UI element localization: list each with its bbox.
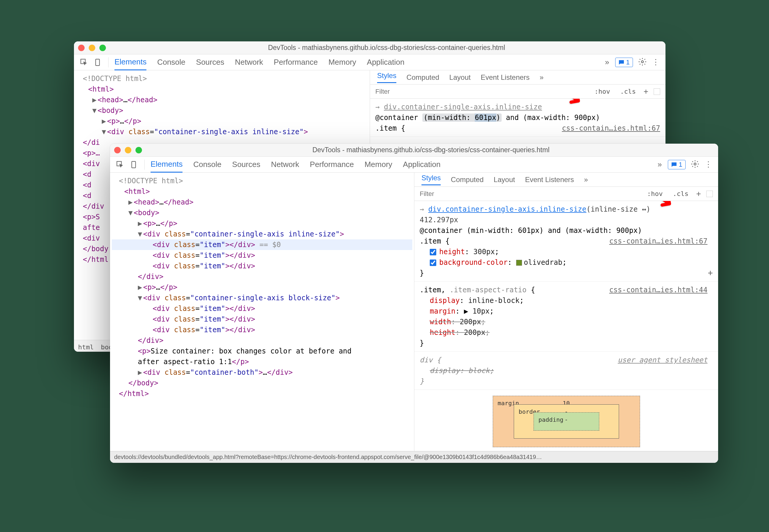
dom-node[interactable]: after aspect-ratio 1:1</p> xyxy=(112,356,412,367)
dom-node[interactable]: </div> xyxy=(112,271,412,282)
add-rule-icon[interactable]: + xyxy=(696,189,701,199)
css-property[interactable]: background-color: olivedrab; xyxy=(420,257,713,268)
tab-console[interactable]: Console xyxy=(157,55,185,70)
settings-icon[interactable] xyxy=(638,58,647,67)
dom-node[interactable]: <html> xyxy=(112,186,412,197)
subtab-layout[interactable]: Layout xyxy=(449,73,471,82)
add-property-icon[interactable]: + xyxy=(708,268,713,278)
tab-network[interactable]: Network xyxy=(271,157,299,172)
container-query[interactable]: @container (min-width: 601px) and (max-w… xyxy=(375,112,660,123)
caret-icon[interactable]: ▼ xyxy=(138,293,143,303)
filter-input[interactable] xyxy=(420,190,640,198)
menu-icon[interactable]: ⋮ xyxy=(705,160,712,169)
cls-toggle[interactable]: .cls xyxy=(671,189,691,198)
close-icon[interactable] xyxy=(114,147,121,153)
dom-node[interactable]: ▼<div class="container-single-axis inlin… xyxy=(76,126,368,137)
titlebar[interactable]: DevTools - mathiasbynens.github.io/css-d… xyxy=(110,144,718,157)
messages-badge[interactable]: 1 xyxy=(668,160,686,169)
dom-node[interactable]: <div class="item"></div> xyxy=(112,250,412,261)
hov-toggle[interactable]: :hov xyxy=(592,87,613,96)
overflow-icon[interactable]: » xyxy=(584,176,588,184)
dom-node[interactable]: </html> xyxy=(112,388,412,399)
subtab-styles[interactable]: Styles xyxy=(422,174,441,185)
minimize-icon[interactable] xyxy=(125,147,131,153)
panel-icon[interactable] xyxy=(706,191,713,197)
property-checkbox[interactable] xyxy=(430,249,436,255)
color-swatch-icon[interactable] xyxy=(516,260,522,266)
caret-icon[interactable]: ▶ xyxy=(128,197,134,207)
hov-toggle[interactable]: :hov xyxy=(645,189,665,198)
tab-performance[interactable]: Performance xyxy=(310,157,354,172)
dom-tree[interactable]: <!DOCTYPE html><html>▶<head>…</head>▼<bo… xyxy=(110,173,414,451)
tab-elements[interactable]: Elements xyxy=(150,157,182,173)
dom-node[interactable]: <p>Size container: box changes color at … xyxy=(112,346,412,356)
tab-console[interactable]: Console xyxy=(193,157,221,172)
subtab-styles[interactable]: Styles xyxy=(377,72,396,83)
tab-performance[interactable]: Performance xyxy=(274,55,318,70)
device-icon[interactable] xyxy=(128,159,140,171)
caret-icon[interactable]: ▶ xyxy=(138,218,143,229)
tab-network[interactable]: Network xyxy=(235,55,263,70)
css-property[interactable]: display: inline-block; xyxy=(420,295,713,306)
dom-node[interactable]: <div class="item"></div> xyxy=(112,303,412,314)
dom-node[interactable]: </body> xyxy=(112,378,412,388)
caret-icon[interactable]: ▼ xyxy=(92,105,98,116)
property-checkbox[interactable] xyxy=(430,259,436,266)
caret-icon[interactable]: ▶ xyxy=(138,282,143,293)
dom-node[interactable]: <div class="item"></div> == $0 xyxy=(112,239,412,250)
css-property[interactable]: height: 300px; xyxy=(420,246,713,257)
inspect-icon[interactable] xyxy=(78,56,90,68)
tab-application[interactable]: Application xyxy=(403,157,441,172)
dom-node[interactable]: </div> xyxy=(112,335,412,346)
caret-icon[interactable]: ▶ xyxy=(138,367,143,378)
source-link[interactable]: css-contain…ies.html:67 xyxy=(609,236,708,246)
caret-icon[interactable]: ▶ xyxy=(102,116,107,126)
device-icon[interactable] xyxy=(92,56,104,68)
subtab-event-listeners[interactable]: Event Listeners xyxy=(525,176,574,184)
maximize-icon[interactable] xyxy=(99,45,106,51)
subtab-event-listeners[interactable]: Event Listeners xyxy=(481,73,530,82)
dom-node[interactable]: ▼<div class="container-single-axis block… xyxy=(112,293,412,303)
minimize-icon[interactable] xyxy=(89,45,95,51)
dom-node[interactable]: ▼<body> xyxy=(76,105,368,116)
dom-node[interactable]: <div class="item"></div> xyxy=(112,261,412,271)
css-property[interactable]: margin: ▶ 10px; xyxy=(420,306,713,317)
source-link[interactable]: css-contain…ies.html:67 xyxy=(562,123,660,134)
tab-sources[interactable]: Sources xyxy=(232,157,260,172)
dom-node[interactable]: ▶<head>…</head> xyxy=(76,95,368,105)
dom-node[interactable]: ▶<p>…</p> xyxy=(76,116,368,126)
dom-node[interactable]: <!DOCTYPE html> xyxy=(76,73,368,84)
settings-icon[interactable] xyxy=(691,160,699,169)
tab-memory[interactable]: Memory xyxy=(364,157,392,172)
caret-icon[interactable]: ▼ xyxy=(102,126,107,137)
tab-memory[interactable]: Memory xyxy=(328,55,356,70)
filter-input[interactable] xyxy=(375,88,587,95)
css-property[interactable]: height: 200px; xyxy=(420,327,713,338)
caret-icon[interactable]: ▼ xyxy=(128,207,134,218)
tab-application[interactable]: Application xyxy=(367,55,404,70)
tab-elements[interactable]: Elements xyxy=(114,54,146,70)
box-model[interactable]: margin10border-padding- xyxy=(415,390,718,451)
overflow-icon[interactable]: » xyxy=(605,58,609,67)
css-property[interactable]: width: 200px; xyxy=(420,317,713,327)
close-icon[interactable] xyxy=(78,45,85,51)
caret-icon[interactable]: ▶ xyxy=(92,95,98,105)
tab-sources[interactable]: Sources xyxy=(196,55,224,70)
inspect-icon[interactable] xyxy=(114,159,126,171)
source-link[interactable]: css-contain…ies.html:44 xyxy=(609,285,708,295)
subtab-computed[interactable]: Computed xyxy=(407,73,439,82)
menu-icon[interactable]: ⋮ xyxy=(652,58,660,67)
dom-node[interactable]: ▼<body> xyxy=(112,207,412,218)
titlebar[interactable]: DevTools - mathiasbynens.github.io/css-d… xyxy=(74,41,666,54)
dom-node[interactable]: ▶<div class="container-both">…</div> xyxy=(112,367,412,378)
dom-node[interactable]: <div class="item"></div> xyxy=(112,314,412,325)
container-query[interactable]: @container (min-width: 601px) and (max-w… xyxy=(420,225,713,236)
add-rule-icon[interactable]: + xyxy=(644,87,648,96)
panel-icon[interactable] xyxy=(654,88,660,95)
dom-node[interactable]: ▶<head>…</head> xyxy=(112,197,412,207)
dom-node[interactable]: ▼<div class="container-single-axis inlin… xyxy=(112,229,412,239)
dom-node[interactable]: ▶<p>…</p> xyxy=(112,282,412,293)
subtab-layout[interactable]: Layout xyxy=(494,176,515,184)
dom-node[interactable]: ▶<p>…</p> xyxy=(112,218,412,229)
overflow-icon[interactable]: » xyxy=(540,73,544,82)
